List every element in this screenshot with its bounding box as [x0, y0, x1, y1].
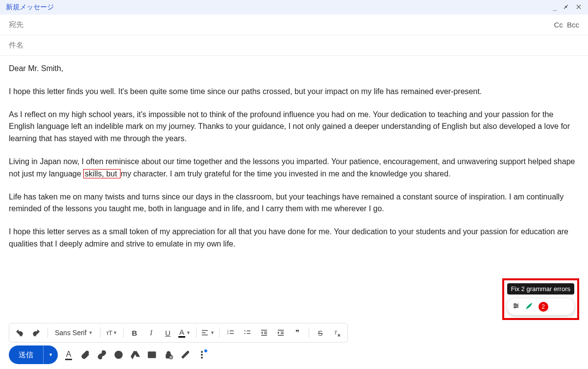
- body-paragraph: I hope this letter finds you well. It's …: [9, 86, 579, 98]
- text-color-button[interactable]: A▼: [177, 325, 192, 340]
- more-options-button[interactable]: [197, 350, 207, 360]
- svg-point-5: [514, 307, 515, 308]
- svg-point-35: [201, 351, 202, 353]
- svg-point-28: [115, 351, 122, 359]
- chevron-down-icon: ▼: [49, 352, 53, 357]
- font-family-select[interactable]: Sans Serif ▼: [52, 329, 96, 337]
- chevron-down-icon: ▼: [186, 330, 191, 335]
- numbered-list-button[interactable]: 12: [223, 325, 238, 340]
- body-text: my character. I am truly grateful for th…: [121, 170, 450, 178]
- insert-link-button[interactable]: [97, 350, 107, 360]
- separator: [48, 327, 48, 338]
- svg-point-29: [117, 354, 118, 355]
- bullet-list-button[interactable]: [240, 325, 255, 340]
- font-format-label: A: [65, 350, 73, 360]
- grammar-tooltip: Fix 2 grammar errors: [507, 283, 574, 295]
- body-paragraph: As I reflect on my high school years, it…: [9, 109, 579, 145]
- confidential-mode-button[interactable]: [164, 350, 173, 360]
- chevron-down-icon: ▼: [113, 330, 117, 335]
- body-paragraph: Dear Mr. Smith,: [9, 63, 579, 75]
- subject-placeholder: 件名: [9, 41, 579, 50]
- indent-more-button[interactable]: [273, 325, 288, 340]
- separator: [219, 327, 220, 338]
- insert-drive-button[interactable]: [130, 350, 140, 360]
- strikethrough-button[interactable]: S: [313, 325, 328, 340]
- subject-row[interactable]: 件名: [0, 35, 588, 56]
- align-button[interactable]: ▼: [200, 325, 215, 340]
- cc-button[interactable]: Cc: [554, 21, 563, 29]
- font-format-button[interactable]: A: [64, 350, 74, 360]
- body-paragraph: Life has taken me on many twists and tur…: [9, 191, 579, 216]
- attach-file-button[interactable]: [80, 350, 90, 360]
- separator: [309, 327, 309, 338]
- send-button[interactable]: 送信 ▼: [9, 345, 58, 364]
- svg-point-13: [244, 330, 245, 331]
- font-size-button[interactable]: тT▼: [104, 325, 119, 340]
- quill-icon[interactable]: [525, 301, 534, 312]
- grammar-pill[interactable]: 2 ⋰: [507, 298, 574, 315]
- insert-emoji-button[interactable]: [114, 350, 123, 360]
- close-icon[interactable]: [575, 3, 582, 12]
- send-button-label: 送信: [9, 350, 43, 360]
- insert-image-button[interactable]: [147, 350, 157, 360]
- clear-formatting-button[interactable]: T: [330, 325, 344, 340]
- svg-point-37: [201, 357, 202, 358]
- settings-icon[interactable]: [512, 302, 520, 312]
- grammar-widget-highlight: Fix 2 grammar errors 2 ⋰: [502, 278, 579, 320]
- chevron-down-icon: ▼: [89, 330, 93, 335]
- compose-header: 新規メッセージ _: [0, 0, 588, 15]
- recipients-placeholder: 宛先: [9, 20, 552, 29]
- body-paragraph: Living in Japan now, I often reminisce a…: [9, 156, 579, 180]
- minimize-icon[interactable]: _: [553, 3, 557, 11]
- insert-signature-button[interactable]: [180, 350, 190, 360]
- svg-point-4: [516, 305, 517, 307]
- compose-title: 新規メッセージ: [6, 3, 553, 12]
- grammar-error-count[interactable]: 2: [539, 302, 548, 312]
- popout-icon[interactable]: [563, 3, 569, 12]
- grammar-highlight[interactable]: skills, but: [83, 169, 121, 178]
- indent-less-button[interactable]: [257, 325, 271, 340]
- chevron-down-icon: ▼: [210, 330, 215, 335]
- text-color-label: A: [178, 328, 185, 338]
- compose-body[interactable]: Dear Mr. Smith, I hope this letter finds…: [0, 56, 588, 266]
- drag-handle-icon[interactable]: ⋰: [570, 313, 575, 318]
- redo-button[interactable]: [29, 325, 44, 340]
- svg-text:2: 2: [227, 332, 228, 335]
- italic-button[interactable]: I: [144, 325, 159, 340]
- separator: [196, 327, 196, 338]
- font-family-label: Sans Serif: [55, 329, 87, 337]
- separator: [123, 327, 123, 338]
- svg-point-30: [120, 354, 121, 355]
- svg-point-3: [514, 303, 515, 305]
- recipients-row[interactable]: 宛先 Cc Bcc: [0, 15, 588, 35]
- separator: [100, 327, 100, 338]
- bcc-button[interactable]: Bcc: [567, 21, 579, 29]
- bold-button[interactable]: B: [127, 325, 142, 340]
- font-size-label: тT: [106, 329, 112, 337]
- undo-button[interactable]: [12, 325, 27, 340]
- svg-text:T: T: [334, 330, 338, 335]
- send-options-button[interactable]: ▼: [43, 345, 58, 364]
- body-paragraph: I hope this letter serves as a small tok…: [9, 226, 579, 250]
- underline-button[interactable]: U: [161, 325, 175, 340]
- svg-point-14: [244, 333, 245, 334]
- format-toolbar: Sans Serif ▼ тT▼ B I U A▼ ▼ 12 ❞ S T: [9, 323, 348, 343]
- svg-point-36: [201, 354, 202, 355]
- send-row: 送信 ▼ A: [9, 345, 579, 364]
- quote-button[interactable]: ❞: [290, 325, 305, 340]
